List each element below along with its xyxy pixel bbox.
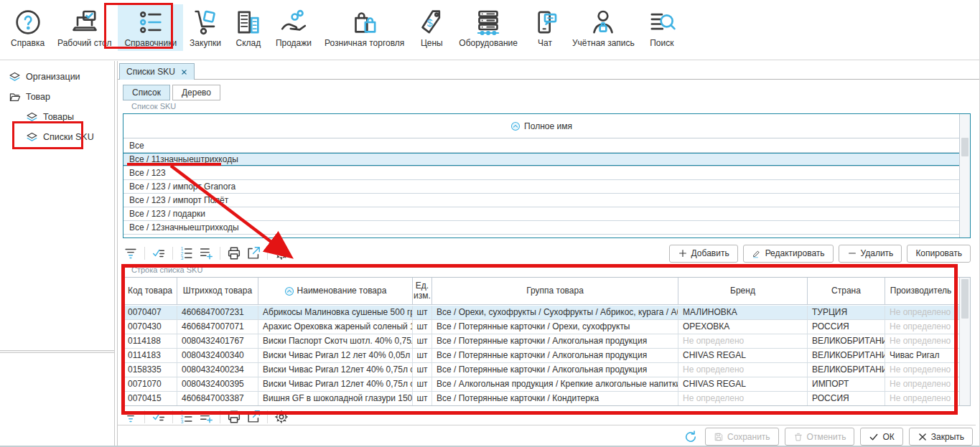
- list-item[interactable]: Все / 12значныештрихкоды: [123, 221, 959, 235]
- редактировать-button[interactable]: Редактировать: [743, 245, 834, 263]
- table-row[interactable]: 00710700080432400395Виски Чивас Ригал 12…: [123, 377, 959, 392]
- scrollbar-thumb[interactable]: [961, 279, 969, 319]
- tab-close-icon[interactable]: [181, 69, 187, 75]
- toolbar-item-retail[interactable]: Розничная торговля: [318, 4, 411, 51]
- table-row[interactable]: 00704154606847003387Вишня GF в шоколадно…: [123, 392, 959, 405]
- toolbar-item-prices[interactable]: $Цены: [411, 4, 452, 51]
- svg-text:3: 3: [181, 255, 184, 260]
- refresh-icon[interactable]: [683, 430, 698, 444]
- table-row[interactable]: 00704074606847007231Абрикосы Малиновка с…: [123, 306, 959, 320]
- list-item[interactable]: Все: [123, 139, 959, 153]
- sku-list-rows: ВсеВсе / 11значныештрихкодыВсе / 123Все …: [123, 139, 959, 237]
- scrollbar-thumb[interactable]: [961, 138, 969, 156]
- gear-icon[interactable]: [274, 409, 289, 425]
- add-list-icon[interactable]: [198, 409, 214, 425]
- add-list-icon[interactable]: [198, 245, 214, 261]
- toolbar-item-equipment[interactable]: Оборудование: [452, 4, 524, 51]
- сохранить-button[interactable]: Сохранить: [705, 428, 779, 446]
- print-icon[interactable]: [226, 409, 242, 425]
- ок-button[interactable]: ОК: [860, 428, 902, 446]
- numbered-list-icon[interactable]: 123: [179, 409, 195, 425]
- numbered-list-icon[interactable]: 123: [179, 245, 195, 261]
- toolbar-divider: [172, 247, 173, 260]
- column-header-label: Производитель: [890, 286, 951, 296]
- column-header[interactable]: Штрихкод товара: [177, 278, 258, 304]
- filter-icon[interactable]: [123, 409, 139, 425]
- column-header[interactable]: Наименование товара: [258, 278, 413, 304]
- table-cell: ОРЕХОВКА: [678, 320, 808, 334]
- sidebar-item[interactable]: Товары: [0, 107, 114, 127]
- table-row[interactable]: 00704304606847007071Арахис Ореховка жаре…: [123, 320, 959, 334]
- table-cell: шт: [413, 306, 432, 319]
- svg-text:$: $: [427, 17, 433, 29]
- help-icon: [14, 8, 42, 37]
- toolbar-item-label: Продажи: [276, 38, 312, 48]
- toolbar-divider: [267, 247, 268, 260]
- table-row[interactable]: 01141880080432401767Виски Паспорт Скотч …: [123, 334, 959, 349]
- column-header[interactable]: Группа товара: [432, 278, 678, 304]
- sidebar-item[interactable]: Организации: [0, 67, 114, 87]
- toolbar-item-help[interactable]: Справка: [4, 4, 51, 51]
- table-cell: Не определено: [885, 377, 957, 391]
- toolbar-item-directories[interactable]: Справочники: [118, 4, 183, 51]
- toolbar-item-search[interactable]: Поиск: [641, 4, 683, 51]
- table-cell: Не определено: [885, 306, 957, 319]
- table-cell: 0080432400234: [177, 363, 258, 377]
- main-area: Списки SKU СписокДерево Список SKU Полно…: [117, 61, 979, 446]
- удалить-button[interactable]: Удалить: [839, 245, 902, 263]
- toolbar-item-label: Рабочий стол: [57, 38, 111, 48]
- layers-icon: [9, 71, 21, 83]
- button-label: Удалить: [861, 248, 894, 258]
- subtab-inactive[interactable]: Дерево: [172, 85, 220, 100]
- toolbar-item-chat[interactable]: Чат: [524, 4, 566, 51]
- sku-list-column-header[interactable]: Полное имя: [123, 114, 959, 138]
- export-icon[interactable]: [246, 245, 261, 261]
- column-header[interactable]: Производитель: [885, 278, 957, 304]
- column-header[interactable]: Код товара: [123, 278, 177, 304]
- sidebar-item[interactable]: Списки SKU: [0, 127, 114, 147]
- toolbar-item-label: Закупки: [190, 38, 221, 48]
- column-header[interactable]: Ед. изм.: [413, 278, 432, 304]
- table-row[interactable]: 01141830080432400340Виски Чивас Ригал 12…: [123, 349, 959, 363]
- sidebar-splitter[interactable]: [0, 350, 114, 353]
- toolbar-divider: [267, 410, 268, 423]
- tab-spiski-sku[interactable]: Списки SKU: [119, 63, 195, 80]
- toolbar-item-sales[interactable]: Продажи: [269, 4, 318, 51]
- sku-row-panel-title: Строка списка SKU: [123, 265, 971, 275]
- toolbar-item-desktop[interactable]: Рабочий стол: [51, 4, 118, 51]
- sku-list-scrollbar[interactable]: [959, 114, 970, 237]
- filter-icon[interactable]: [123, 245, 139, 261]
- column-header[interactable]: Страна: [808, 278, 885, 304]
- footer-button-bar: СохранитьОтменитьОКЗакрыть: [118, 425, 976, 447]
- sku-row-table-header: Код товараШтрихкод товараНаименование то…: [123, 278, 959, 305]
- копировать-button[interactable]: Копировать: [907, 245, 971, 263]
- отменить-button[interactable]: Отменить: [785, 428, 855, 446]
- sku-list-header-label: Полное имя: [524, 121, 572, 131]
- list-item[interactable]: Все / 123 / импорт Полёт: [123, 194, 959, 207]
- table-cell: 0071070: [123, 377, 177, 391]
- sidebar-item[interactable]: Товар: [0, 87, 114, 107]
- table-cell: Не определено: [678, 363, 808, 377]
- list-item[interactable]: Все / 123 / импорт Granora: [123, 180, 959, 194]
- export-icon[interactable]: [246, 409, 261, 425]
- table-cell: 4606847003387: [177, 392, 258, 405]
- check-list-icon[interactable]: [151, 245, 167, 261]
- закрыть-button[interactable]: Закрыть: [909, 428, 973, 446]
- list-item[interactable]: Все / 123 / подарки: [123, 207, 959, 221]
- column-header-label: Страна: [831, 286, 861, 296]
- добавить-button[interactable]: Добавить: [669, 245, 738, 263]
- list-item[interactable]: Все / 11значныештрихкоды: [123, 153, 959, 166]
- sku-row-scrollbar[interactable]: [959, 278, 970, 405]
- table-cell: ИМПОРТ: [808, 377, 885, 391]
- table-row[interactable]: 01583350080432400234Виски Чивас Ригал 12…: [123, 363, 959, 377]
- gear-icon[interactable]: [274, 245, 289, 261]
- toolbar-item-warehouse[interactable]: Склад: [228, 4, 269, 51]
- check-list-icon[interactable]: [151, 409, 167, 425]
- toolbar-item-account[interactable]: Учётная запись: [566, 4, 641, 51]
- column-header[interactable]: Бренд: [678, 278, 808, 304]
- toolbar-item-purchases[interactable]: Закупки: [183, 4, 228, 51]
- list-item[interactable]: Все / 123: [123, 166, 959, 180]
- subtab-active[interactable]: Список: [123, 85, 170, 100]
- table-cell: Все / Потерянные карточки / Орехи, сухоф…: [432, 320, 678, 334]
- print-icon[interactable]: [226, 245, 242, 261]
